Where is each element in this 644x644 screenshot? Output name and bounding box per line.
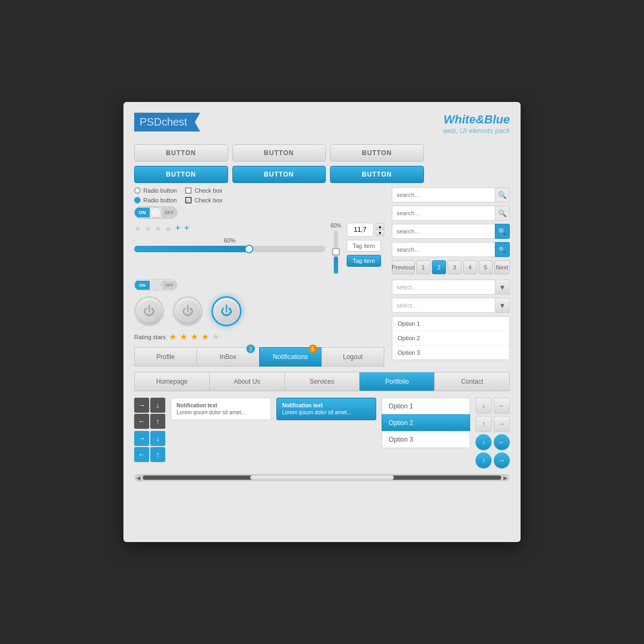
radio-label-2: Radio button [143,197,177,203]
dropdown-option-2[interactable]: Option 2 [392,331,509,346]
star-3[interactable]: ★ [191,332,198,342]
nav-about[interactable]: About Us [209,372,284,391]
round-blue-left[interactable]: ← [494,434,510,450]
arr-up-1[interactable]: ↑ [150,414,165,429]
step-up[interactable]: ▲ [376,223,384,230]
radio-1: Radio button [134,187,177,194]
search-btn-1[interactable]: 🔍 [495,187,510,202]
page-5[interactable]: 5 [479,260,493,274]
arr-right-1[interactable]: → [134,398,149,413]
radio-circle-2[interactable] [134,197,141,203]
slider-thumb[interactable] [245,245,253,253]
plus-btn[interactable]: + [175,223,181,234]
search-input-3[interactable] [392,224,495,239]
page-next[interactable]: Next [494,260,510,274]
page-prev[interactable]: Previous [392,260,415,274]
star-4[interactable]: ★ [201,332,209,342]
notif-box-blue: Notification text Lorem ipsum dolor sit … [276,398,377,420]
gray-button-3[interactable]: BUTTON [330,144,424,162]
bottom-right-area: Option 1 Option 2 Option 3 [382,398,470,452]
search-btn-2[interactable]: 🔍 [495,206,510,221]
arr-left-2[interactable]: ← [134,447,149,462]
select-arrow-1[interactable]: ▼ [495,280,510,295]
form-row-2: Radio button ✓ Check box [134,197,384,203]
bottom-option-2[interactable]: Option 2 [382,414,470,431]
tab-profile[interactable]: Profile [134,347,196,367]
arr-down-1[interactable]: ↓ [150,398,165,413]
round-arr-left[interactable]: ← [494,398,510,414]
power-icon-2: ⏻ [182,304,194,318]
scrollbar-thumb[interactable] [250,475,393,480]
star-1[interactable]: ★ [169,332,177,342]
arrow-grid-2: → ↓ ← ↑ [134,431,165,462]
select-arrow-2[interactable]: ▼ [495,298,510,313]
arr-right-2[interactable]: → [134,431,149,446]
vert-slider-track[interactable] [334,231,338,274]
tag-item-2[interactable]: Tag item [347,255,381,267]
slider-fill [134,246,249,252]
tab-notifications[interactable]: Notifications 5 [259,347,321,367]
bottom-option-3[interactable]: Option 3 [382,431,470,448]
toggle-1[interactable]: ON OFF [134,207,177,218]
scroll-right-arrow[interactable]: ▶ [503,475,508,481]
brand-text: White&Blue web, UI elemnts pack [443,113,510,135]
round-arr-up[interactable]: ↑ [475,416,492,432]
search-btn-3[interactable]: 🔍 [495,224,510,239]
tab-inbox[interactable]: InBox 3 [196,347,259,367]
star-5[interactable]: ★ [212,332,219,342]
power-btn-2[interactable]: ⏻ [173,296,203,326]
nav-services[interactable]: Services [284,372,360,391]
nav-homepage[interactable]: Homepage [134,372,209,391]
gray-button-1[interactable]: BUTTON [134,144,228,162]
round-arr-down[interactable]: ↓ [475,398,492,414]
select-field-2[interactable]: select... [392,298,495,313]
search-input-4[interactable] [392,242,495,257]
nav-portfolio[interactable]: Portfolio [359,372,434,391]
toggle-2[interactable]: ON OFF [134,279,177,291]
select-field-1[interactable]: select... [392,280,495,295]
gray-button-2[interactable]: BUTTON [232,144,326,162]
tab-logout[interactable]: Logout [321,347,384,367]
scroll-left-arrow[interactable]: ◀ [136,475,141,481]
scrollbar[interactable]: ◀ ▶ [134,474,510,481]
search-input-2[interactable] [392,206,495,221]
page-2[interactable]: 2 [432,260,446,274]
round-blue-up[interactable]: ↑ [475,452,492,469]
round-blue-right[interactable]: → [494,452,510,469]
power-btn-1[interactable]: ⏻ [134,296,164,326]
arr-up-2[interactable]: ↑ [150,447,165,462]
power-btn-3[interactable]: ⏻ [211,296,241,326]
search-btn-4[interactable]: 🔍 [495,242,510,257]
round-arrows: ↓ ← ↑ → ↓ ← ↑ → [475,398,510,469]
arr-down-2[interactable]: ↓ [150,431,165,446]
nav-contact[interactable]: Contact [434,372,510,391]
search-input-1[interactable] [392,187,495,202]
pagination: Previous 1 2 3 4 5 Next [392,260,510,274]
blue-buttons-row: BUTTON BUTTON BUTTON [134,166,510,183]
page-1[interactable]: 1 [416,260,430,274]
page-4[interactable]: 4 [463,260,477,274]
round-blue-down[interactable]: ↓ [475,434,492,450]
power-icon-3: ⏻ [221,304,232,318]
page-3[interactable]: 3 [448,260,462,274]
check-box-1[interactable] [185,187,192,194]
dropdown-option-1[interactable]: Option 1 [392,317,509,331]
number-input[interactable] [347,223,374,237]
vert-thumb[interactable] [332,248,340,255]
blue-button-1[interactable]: BUTTON [134,166,228,183]
step-down[interactable]: ▼ [376,230,384,236]
dropdown-option-3[interactable]: Option 3 [392,346,509,360]
blue-button-2[interactable]: BUTTON [232,166,326,183]
star-2[interactable]: ★ [180,332,187,342]
plus-btn-2[interactable]: + [184,223,190,234]
slider-track[interactable] [134,246,325,252]
blue-button-3[interactable]: BUTTON [330,166,424,183]
round-arr-right[interactable]: → [494,416,510,432]
arr-left-1[interactable]: ← [134,414,149,429]
check-box-2[interactable]: ✓ [185,197,192,203]
tag-item-1[interactable]: Tag item [347,240,381,252]
bottom-option-1[interactable]: Option 1 [382,398,470,414]
right-column: 🔍 🔍 🔍 🔍 Previous 1 2 3 4 5 [392,187,510,372]
check-label-1: Check box [194,187,222,194]
notif-title-blue: Notification text [282,402,371,408]
